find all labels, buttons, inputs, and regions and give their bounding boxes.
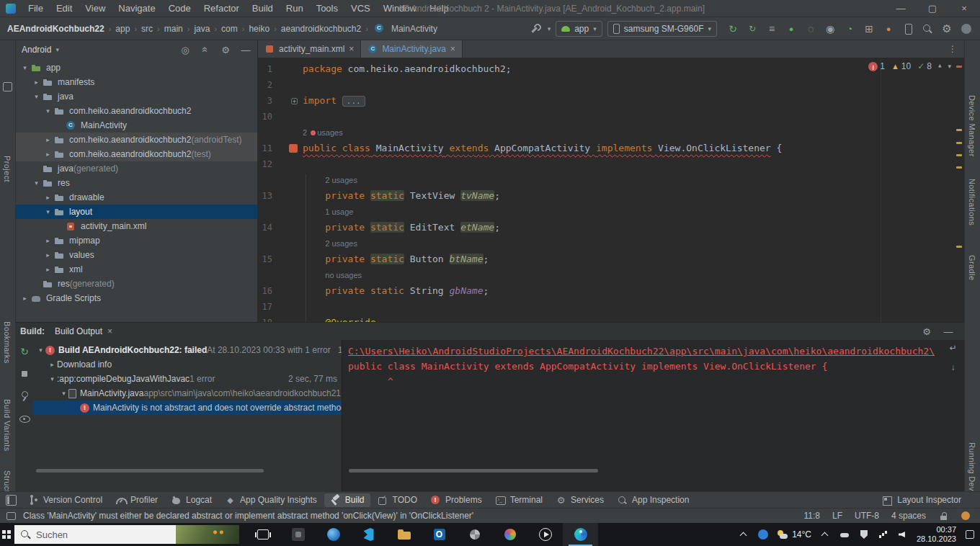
tree-chevron-icon[interactable]	[43, 107, 53, 115]
class-gutter-icon[interactable]	[289, 144, 298, 153]
hidden-icons-chevron-icon[interactable]	[738, 529, 749, 540]
outlook-taskbar-button[interactable]	[422, 523, 457, 546]
settings-icon[interactable]: ⚙	[921, 326, 932, 337]
pin-icon[interactable]	[19, 390, 30, 402]
inspections-widget[interactable]: 1 10 8	[868, 61, 951, 71]
editor-tab[interactable]: activity_main.xml	[258, 40, 361, 58]
debug-icon[interactable]	[785, 22, 798, 35]
usages-inlay-hint[interactable]: 2 usages	[325, 172, 357, 188]
warning-stripe-mark[interactable]	[956, 154, 962, 156]
close-tab-icon[interactable]	[450, 44, 455, 54]
tool-window-button-todo[interactable]: TODO	[372, 493, 423, 507]
scroll-to-end-icon[interactable]	[948, 362, 958, 373]
device-grid-icon[interactable]	[863, 22, 876, 35]
usages-inlay-hint[interactable]: 1 usage	[325, 204, 353, 220]
project-tree-item[interactable]: com.heiko.aeandroidkochbuch2	[16, 104, 257, 118]
previous-problem-icon[interactable]	[938, 63, 942, 70]
run-config-select[interactable]: app	[556, 21, 602, 37]
close-button[interactable]: ×	[948, 0, 980, 17]
stop-build-icon[interactable]	[19, 368, 30, 380]
project-tree-item[interactable]: values	[16, 248, 257, 262]
breadcrumb-item[interactable]: src	[141, 24, 153, 34]
onedrive-icon[interactable]	[839, 529, 850, 540]
tree-chevron-icon[interactable]	[43, 251, 53, 259]
project-view-selector[interactable]: Android	[22, 45, 59, 55]
project-tree-item[interactable]: layout	[16, 205, 257, 219]
device-mirror-icon[interactable]	[901, 22, 914, 35]
pinwheel-taskbar-button[interactable]	[457, 523, 492, 546]
project-tree-item[interactable]: MainActivity	[16, 118, 257, 133]
tool-window-button-services[interactable]: Services	[550, 493, 610, 507]
menu-run[interactable]: Run	[280, 0, 310, 17]
minimize-panel-icon[interactable]: —	[943, 326, 954, 337]
tool-stripe-gradle[interactable]: Gradle	[968, 255, 976, 280]
usages-inlay-hint[interactable]: 2 usages	[303, 125, 343, 140]
tab-options-icon[interactable]	[941, 40, 964, 58]
tool-window-button-problems[interactable]: Problems	[424, 493, 488, 507]
rerun-build-icon[interactable]	[19, 346, 30, 357]
build-tree-item[interactable]: Download info	[33, 357, 342, 372]
logcat-paw-icon[interactable]	[882, 22, 895, 35]
defender-shield-icon[interactable]	[858, 529, 870, 540]
status-lf[interactable]: LF	[832, 511, 842, 521]
device-select[interactable]: samsung SM-G960F	[607, 21, 717, 37]
file-explorer-taskbar-button[interactable]	[386, 523, 422, 546]
tree-chevron-icon[interactable]	[43, 266, 53, 273]
tree-chevron-icon[interactable]	[32, 179, 41, 187]
editor-tab[interactable]: MainActivity.java	[361, 40, 463, 58]
status-4-spaces[interactable]: 4 spaces	[891, 511, 926, 521]
lock-icon[interactable]	[938, 511, 949, 522]
passed-count[interactable]: 8	[917, 61, 932, 71]
project-tree-item[interactable]: drawable	[16, 190, 257, 205]
tree-chevron-icon[interactable]	[20, 64, 30, 71]
sync-gradle-icon[interactable]	[726, 22, 739, 35]
settings-icon[interactable]	[940, 22, 953, 35]
maximize-button[interactable]: ▢	[917, 0, 948, 17]
usages-inlay-hint[interactable]: 2 usages	[325, 236, 357, 251]
tree-chevron-icon[interactable]	[43, 151, 53, 158]
build-variants-icon[interactable]	[765, 22, 778, 35]
filter-icon[interactable]	[19, 413, 30, 424]
project-tree-item[interactable]: Gradle Scripts	[16, 291, 257, 305]
error-stripe[interactable]	[954, 58, 964, 322]
profiler-icon[interactable]	[843, 22, 856, 35]
tree-chevron-icon[interactable]	[36, 346, 45, 354]
tool-stripe-notifications[interactable]: Notifications	[968, 179, 976, 225]
task-view-taskbar-button[interactable]	[245, 523, 280, 546]
tool-stripe-build-variants[interactable]: Build Variants	[3, 399, 12, 452]
tree-chevron-icon[interactable]	[48, 375, 57, 382]
watch-icon[interactable]	[824, 22, 837, 35]
next-problem-icon[interactable]	[948, 63, 951, 70]
hide-panel-icon[interactable]: —	[240, 44, 251, 55]
project-tree-item[interactable]: com.heiko.aeandroidkochbuch2 (test)	[16, 147, 257, 161]
menu-file[interactable]: File	[22, 0, 50, 17]
project-tree-item[interactable]: java	[16, 89, 257, 104]
warning-count[interactable]: 10	[891, 61, 911, 71]
breadcrumb-item[interactable]: main	[164, 24, 183, 34]
tree-horizontal-scrollbar[interactable]	[36, 469, 264, 473]
breadcrumb-item[interactable]: MainActivity	[373, 23, 437, 34]
menu-build[interactable]: Build	[246, 0, 280, 17]
project-tree-item[interactable]: res	[16, 176, 257, 190]
close-tab-icon[interactable]	[107, 326, 112, 336]
breadcrumb-item[interactable]: aeandroidkochbuch2	[281, 24, 361, 34]
menu-vcs[interactable]: VCS	[344, 0, 377, 17]
project-tree-item[interactable]: mipmap	[16, 233, 257, 248]
breadcrumb-item[interactable]: heiko	[249, 24, 270, 34]
start-button[interactable]	[0, 523, 13, 546]
menu-tools[interactable]: Tools	[310, 0, 344, 17]
search-everywhere-icon[interactable]	[921, 22, 934, 35]
project-tree-item[interactable]: app	[16, 61, 257, 75]
build-tree-item[interactable]: MainActivity is not abstract and does no…	[33, 400, 342, 415]
status-11-8[interactable]: 11:8	[803, 511, 819, 521]
fold-marker-icon[interactable]	[291, 98, 298, 104]
network-icon[interactable]	[878, 529, 889, 540]
build-tree-item[interactable]: MainActivity.java app\src\main\java\com\…	[33, 386, 342, 400]
android-studio-taskbar-button[interactable]	[563, 523, 598, 546]
soft-wrap-icon[interactable]	[948, 343, 958, 354]
console-horizontal-scrollbar[interactable]	[349, 469, 598, 473]
tree-chevron-icon[interactable]	[20, 295, 30, 302]
tree-chevron-icon[interactable]	[32, 79, 41, 86]
dark-app-taskbar-button[interactable]	[280, 523, 316, 546]
project-tree-item[interactable]: res (generated)	[16, 277, 257, 291]
